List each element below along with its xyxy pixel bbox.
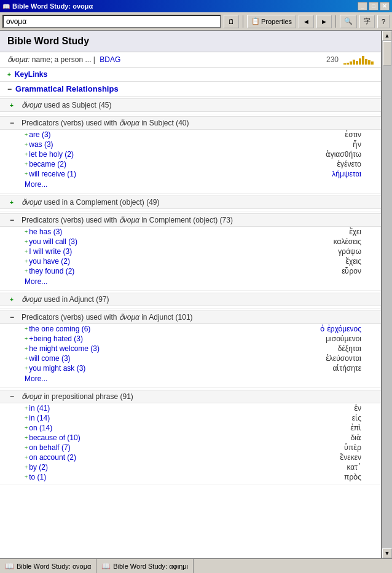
window-controls: _ □ ✕	[358, 2, 390, 10]
list-item: + became (2) ἐγένετο	[0, 159, 381, 169]
list-item: + by (2) κατ᾽	[0, 462, 381, 472]
word-def-text: ὄνομα: name; a person ... | BDAG	[7, 55, 326, 64]
pred-subject-label: Predicators (verbs) used with ὄνομα in S…	[22, 119, 189, 127]
item-label[interactable]: he might welcome (3)	[29, 344, 337, 353]
help-button[interactable]: ?	[377, 15, 390, 28]
more-link-subject[interactable]: More...	[0, 179, 381, 191]
plus-icon: +	[25, 258, 28, 264]
more-link-complement[interactable]: More...	[0, 276, 381, 288]
plus-icon: +	[25, 171, 28, 177]
more-link-adjunct[interactable]: More...	[0, 373, 381, 385]
minimize-button[interactable]: _	[358, 2, 367, 10]
item-label[interactable]: because of (10)	[29, 433, 350, 442]
subject-label: ὄνομα used as Subject (45)	[22, 101, 112, 109]
item-label[interactable]: will come (3)	[29, 354, 326, 363]
item-greek: ἔχει	[349, 227, 374, 236]
prepositional-section: − ὄνομα in prepositional phrase (91) + i…	[0, 388, 381, 484]
item-label[interactable]: on account (2)	[29, 453, 340, 462]
item-label[interactable]: was (3)	[29, 140, 353, 149]
list-item: + are (3) ἐστιν	[0, 130, 381, 140]
content-panel: Bible Word Study ὄνομα: name; a person .…	[0, 31, 382, 558]
status-icon-1: 📖	[5, 562, 14, 571]
item-label[interactable]: are (3)	[29, 130, 345, 139]
item-label[interactable]: you have (2)	[29, 257, 345, 266]
scroll-thumb[interactable]	[383, 41, 391, 66]
list-item: + he has (3) ἔχει	[0, 227, 381, 237]
mini-chart	[343, 55, 374, 65]
predicators-adjunct-header: − Predicators (verbs) used with ὄνομα in…	[0, 310, 381, 324]
word-def-row: ὄνομα: name; a person ... | BDAG 230	[0, 52, 381, 68]
chart-bar	[356, 61, 358, 65]
item-greek: ὑπὲρ	[344, 443, 374, 452]
plus-icon: +	[25, 445, 28, 451]
item-label[interactable]: became (2)	[29, 160, 337, 168]
item-label[interactable]: +being hated (3)	[29, 334, 326, 343]
item-label[interactable]: I will write (3)	[29, 247, 338, 256]
lookup-button[interactable]: 🔍	[340, 15, 357, 28]
predicators-complement-section: − Predicators (verbs) used with ὄνομα in…	[0, 211, 381, 291]
separator	[243, 15, 243, 28]
strongs-button[interactable]: 字	[359, 15, 375, 28]
subject-expand-icon[interactable]: +	[10, 102, 17, 109]
status-text-2: Bible Word Study: αφιημι	[113, 563, 188, 570]
scroll-track[interactable]	[382, 41, 392, 548]
plus-icon: +	[25, 268, 28, 274]
back-button[interactable]: ◄	[299, 15, 314, 28]
item-greek: ἐλεύσονται	[326, 354, 374, 363]
item-greek: γράψω	[338, 247, 374, 256]
status-text-1: Bible Word Study: ονομα	[17, 563, 91, 570]
item-label[interactable]: will receive (1)	[29, 170, 332, 178]
item-label[interactable]: to (1)	[29, 473, 344, 481]
properties-icon: 📋	[251, 17, 260, 25]
maximize-button[interactable]: □	[369, 2, 378, 10]
title-bar: 📖 Bible Word Study: ονομα _ □ ✕	[0, 0, 392, 12]
item-label[interactable]: by (2)	[29, 463, 347, 472]
pred-subject-expand-icon[interactable]: −	[10, 119, 17, 127]
prep-expand-icon[interactable]: −	[10, 392, 17, 401]
item-label[interactable]: they found (2)	[29, 267, 342, 275]
plus-icon: +	[25, 336, 28, 342]
list-item: + in (14) εἰς	[0, 413, 381, 423]
prepositional-header: − ὄνομα in prepositional phrase (91)	[0, 390, 381, 403]
keylinks-expand-icon[interactable]: +	[7, 71, 11, 78]
close-button[interactable]: ✕	[380, 2, 390, 10]
adjunct-expand-icon[interactable]: +	[10, 296, 17, 303]
predicators-subject-section: − Predicators (verbs) used with ὄνομα in…	[0, 114, 381, 194]
item-greek: αἰτήσητε	[332, 364, 374, 373]
complement-expand-icon[interactable]: +	[10, 199, 17, 206]
item-label[interactable]: on behalf (7)	[29, 443, 344, 452]
status-icon-2: 📖	[101, 562, 111, 571]
bdag-link[interactable]: BDAG	[100, 55, 120, 64]
list-item: + will receive (1) λήμψεται	[0, 169, 381, 179]
item-greek: λήμψεται	[332, 170, 374, 178]
adjunct-label: ὄνομα used in Adjunct (97)	[22, 295, 109, 304]
list-item: + on behalf (7) ὑπὲρ	[0, 443, 381, 452]
status-item-2: 📖 Bible Word Study: αφιημι	[96, 559, 194, 573]
item-label[interactable]: you will call (3)	[29, 237, 333, 246]
item-label[interactable]: on (14)	[29, 424, 350, 432]
item-label[interactable]: in (14)	[29, 414, 352, 422]
plus-icon: +	[25, 464, 28, 470]
forward-button[interactable]: ►	[316, 15, 332, 28]
pred-adjunct-expand-icon[interactable]: −	[10, 313, 17, 322]
item-greek: ἐπὶ	[350, 424, 374, 432]
pred-complement-expand-icon[interactable]: −	[10, 216, 17, 224]
grammatical-expand-icon[interactable]: −	[7, 85, 12, 93]
list-item: + will come (3) ἐλεύσονται	[0, 354, 381, 363]
grammatical-label[interactable]: Grammatical Relationships	[15, 84, 119, 93]
scroll-down-button[interactable]: ▼	[382, 548, 392, 558]
keylinks-label[interactable]: KeyLinks	[15, 70, 47, 79]
item-label[interactable]: let be holy (2)	[29, 150, 325, 159]
scroll-up-button[interactable]: ▲	[382, 31, 392, 41]
list-item: + on account (2) ἕνεκεν	[0, 452, 381, 462]
item-label[interactable]: he has (3)	[29, 227, 348, 236]
search-input[interactable]	[2, 15, 221, 28]
item-label[interactable]: in (41)	[29, 404, 354, 413]
status-bar: 📖 Bible Word Study: ονομα 📖 Bible Word S…	[0, 558, 392, 573]
item-label[interactable]: you might ask (3)	[29, 364, 332, 373]
plus-icon: +	[25, 132, 28, 138]
plus-icon: +	[25, 365, 28, 371]
item-label[interactable]: the one coming (6)	[29, 325, 320, 333]
view-button[interactable]: 🗒	[224, 15, 239, 28]
properties-button[interactable]: 📋 Properties	[247, 15, 296, 28]
